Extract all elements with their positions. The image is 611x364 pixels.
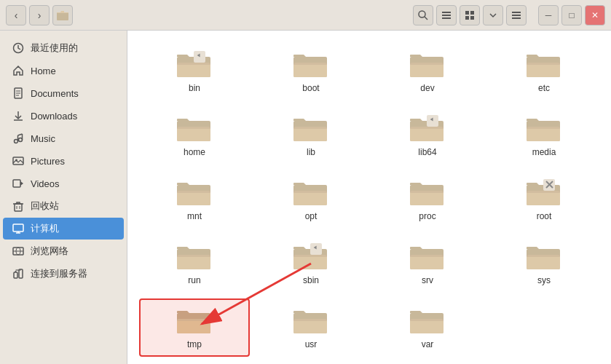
file-item-tmp[interactable]: tmp xyxy=(139,298,250,357)
file-item-bin[interactable]: bin xyxy=(139,42,250,100)
file-label-proc: proc xyxy=(419,211,435,221)
sidebar-item-videos[interactable]: Videos xyxy=(3,173,124,194)
folder-icon-mnt xyxy=(176,178,213,208)
svg-rect-108 xyxy=(410,319,444,321)
sidebar-item-pictures[interactable]: Pictures xyxy=(3,150,124,172)
sidebar-item-trash[interactable]: 回收站 xyxy=(3,195,124,217)
folder-icon-media xyxy=(525,114,563,144)
sidebar-item-computer[interactable]: 计算机 xyxy=(3,218,124,240)
grid-view-icon xyxy=(464,9,476,21)
list-view-icon xyxy=(441,9,452,21)
file-item-opt[interactable]: opt xyxy=(256,170,366,229)
close-button[interactable]: ✕ xyxy=(585,5,605,25)
folder-icon-opt xyxy=(292,178,330,208)
folder-icon-sbin xyxy=(292,242,330,272)
file-item-usr[interactable]: usr xyxy=(256,298,366,357)
file-item-proc[interactable]: proc xyxy=(372,170,483,229)
svg-point-1 xyxy=(419,11,425,17)
maximize-button[interactable]: □ xyxy=(561,5,582,25)
svg-rect-12 xyxy=(512,17,521,19)
file-item-etc[interactable]: etc xyxy=(489,42,599,100)
sidebar-item-downloads[interactable]: Downloads xyxy=(3,105,124,127)
svg-rect-65 xyxy=(410,127,444,129)
sidebar-item-connect-label: 连接到服务器 xyxy=(31,267,87,280)
file-item-sys[interactable]: sys xyxy=(489,234,599,293)
menu-button[interactable] xyxy=(506,5,527,25)
file-label-dev: dev xyxy=(420,83,434,93)
documents-icon xyxy=(12,87,25,100)
file-item-boot[interactable]: boot xyxy=(256,42,366,100)
search-button[interactable] xyxy=(413,5,433,25)
videos-icon xyxy=(12,177,25,190)
file-item-media[interactable]: media xyxy=(489,106,599,165)
svg-rect-105 xyxy=(293,319,327,321)
file-item-run[interactable]: run xyxy=(139,234,250,293)
svg-rect-8 xyxy=(465,16,469,20)
svg-rect-33 xyxy=(13,224,23,232)
folder-button[interactable] xyxy=(52,5,73,25)
svg-rect-76 xyxy=(293,191,327,193)
network-icon xyxy=(12,245,25,258)
grid-view-button[interactable] xyxy=(460,5,480,25)
sidebar: 最近使用的 Home Documents xyxy=(0,31,127,364)
back-button[interactable]: ‹ xyxy=(6,5,26,25)
sidebar-item-music[interactable]: Music xyxy=(3,127,124,149)
folder-icon-sys xyxy=(525,242,563,272)
sidebar-item-home[interactable]: Home xyxy=(3,60,124,82)
file-label-run: run xyxy=(188,275,200,285)
file-label-bin: bin xyxy=(189,83,200,93)
svg-rect-40 xyxy=(19,269,23,278)
list-view-button[interactable] xyxy=(436,5,457,25)
file-item-lib64[interactable]: lib64 xyxy=(372,106,483,165)
file-item-srv[interactable]: srv xyxy=(372,234,483,293)
sidebar-item-recent[interactable]: 最近使用的 xyxy=(3,37,124,59)
svg-rect-4 xyxy=(442,15,451,16)
main-content: 最近使用的 Home Documents xyxy=(0,31,611,364)
search-icon xyxy=(417,9,429,21)
sidebar-item-downloads-label: Downloads xyxy=(31,111,77,122)
folder-icon-etc xyxy=(525,50,563,80)
sidebar-item-trash-label: 回收站 xyxy=(31,199,59,213)
file-item-mnt[interactable]: mnt xyxy=(139,170,250,229)
svg-rect-62 xyxy=(293,127,327,129)
svg-rect-59 xyxy=(177,127,210,129)
downloads-icon xyxy=(12,109,25,122)
svg-rect-96 xyxy=(410,255,444,257)
sidebar-item-documents[interactable]: Documents xyxy=(3,82,124,104)
sidebar-item-network[interactable]: 浏览网络 xyxy=(3,240,124,262)
file-item-var[interactable]: var xyxy=(372,298,483,357)
computer-icon xyxy=(12,222,25,235)
minimize-button[interactable]: ─ xyxy=(538,5,559,25)
svg-rect-0 xyxy=(57,12,68,20)
folder-icon-run xyxy=(176,242,213,272)
sort-button[interactable] xyxy=(483,5,503,25)
sidebar-item-network-label: 浏览网络 xyxy=(31,245,68,258)
file-item-dev[interactable]: dev xyxy=(372,42,483,100)
sidebar-item-connect[interactable]: 连接到服务器 xyxy=(3,263,124,285)
forward-button[interactable]: › xyxy=(29,5,50,25)
svg-rect-50 xyxy=(293,63,327,65)
folder-icon-home xyxy=(176,114,213,144)
sidebar-item-home-label: Home xyxy=(31,66,56,76)
svg-rect-82 xyxy=(527,191,560,193)
svg-rect-70 xyxy=(527,127,560,129)
svg-rect-9 xyxy=(470,16,474,20)
svg-rect-53 xyxy=(410,63,444,65)
svg-line-2 xyxy=(425,17,427,20)
file-item-lib[interactable]: lib xyxy=(256,106,366,165)
svg-rect-99 xyxy=(527,255,560,257)
svg-rect-45 xyxy=(177,63,210,65)
file-item-home[interactable]: home xyxy=(139,106,250,165)
file-label-srv: srv xyxy=(422,275,433,285)
svg-rect-10 xyxy=(512,12,521,13)
file-item-sbin[interactable]: sbin xyxy=(256,234,366,293)
file-label-lib: lib xyxy=(307,147,315,157)
svg-rect-7 xyxy=(470,11,474,15)
file-label-tmp: tmp xyxy=(187,339,202,349)
svg-rect-102 xyxy=(177,319,210,321)
file-label-home: home xyxy=(184,147,205,157)
file-item-root[interactable]: root xyxy=(489,170,599,229)
folder-icon-srv xyxy=(409,242,446,272)
recent-icon xyxy=(12,41,25,55)
file-grid: bin boot dev etc xyxy=(139,42,599,357)
